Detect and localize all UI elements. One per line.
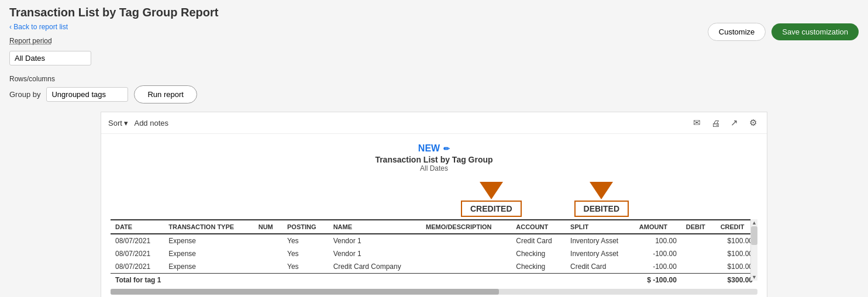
save-customization-button[interactable]: Save customization: [771, 23, 859, 40]
table-cell: [421, 234, 511, 247]
debited-box: DEBITED: [574, 201, 629, 217]
total-label: Total for tag 1: [111, 274, 635, 287]
table-row: 08/07/2021ExpenseYesCredit Card CompanyC…: [111, 260, 757, 274]
email-icon[interactable]: ✉: [690, 116, 704, 130]
vertical-scrollbar[interactable]: ▲ ▼: [750, 219, 757, 281]
table-cell: Yes: [283, 247, 329, 260]
table-row: 08/07/2021ExpenseYesVendor 1Credit CardI…: [111, 234, 757, 247]
back-to-report-link[interactable]: Back to report list: [9, 23, 197, 31]
table-cell: Yes: [283, 260, 329, 274]
report-period-label: Report period: [9, 37, 197, 45]
col-transaction-type: TRANSACTION TYPE: [164, 220, 253, 234]
col-num: NUM: [254, 220, 283, 234]
customize-button[interactable]: Customize: [708, 23, 766, 41]
table-cell: [254, 234, 283, 247]
rows-cols-label: Rows/columns: [9, 75, 197, 83]
table-cell: Vendor 1: [329, 247, 421, 260]
table-cell: 100.00: [635, 234, 681, 247]
table-cell: Credit Card: [511, 234, 566, 247]
table-cell: Credit Card: [566, 260, 635, 274]
col-amount: AMOUNT: [635, 220, 681, 234]
report-table: DATE TRANSACTION TYPE NUM POSTING NAME M…: [111, 219, 757, 286]
horizontal-scrollbar[interactable]: [111, 289, 757, 295]
credited-box: CREDITED: [461, 201, 522, 217]
table-cell: Vendor 1: [329, 234, 421, 247]
edit-company-icon[interactable]: ✏: [443, 144, 450, 153]
table-cell: Checking: [511, 260, 566, 274]
col-name: NAME: [329, 220, 421, 234]
table-cell: Inventory Asset: [566, 247, 635, 260]
table-cell: 08/07/2021: [111, 234, 164, 247]
add-notes-button[interactable]: Add notes: [134, 119, 168, 127]
debited-annotation: DEBITED: [574, 182, 629, 217]
table-cell: [681, 260, 716, 274]
table-cell: [421, 247, 511, 260]
col-posting: POSTING: [283, 220, 329, 234]
credited-arrow: [480, 182, 503, 199]
date-filter-dropdown[interactable]: All Dates: [9, 51, 91, 65]
group-by-dropdown[interactable]: Ungrouped tags: [46, 87, 128, 102]
export-icon[interactable]: ↗: [727, 116, 741, 130]
table-cell: [681, 247, 716, 260]
table-cell: 08/07/2021: [111, 260, 164, 274]
total-row: Total for tag 1$ -100.00$300.00: [111, 274, 757, 287]
table-cell: [254, 260, 283, 274]
table-cell: [421, 260, 511, 274]
table-cell: Credit Card Company: [329, 260, 421, 274]
group-by-label: Group by: [9, 90, 40, 99]
col-memo: MEMO/DESCRIPTION: [421, 220, 511, 234]
table-cell: -100.00: [635, 247, 681, 260]
table-cell: 08/07/2021: [111, 247, 164, 260]
print-icon[interactable]: 🖨: [708, 116, 722, 130]
col-account: ACCOUNT: [511, 220, 566, 234]
table-row: 08/07/2021ExpenseYesVendor 1CheckingInve…: [111, 247, 757, 260]
table-cell: Expense: [164, 260, 253, 274]
table-cell: Expense: [164, 247, 253, 260]
company-name: NEW: [418, 143, 440, 154]
scroll-up-arrow[interactable]: ▲: [751, 219, 757, 226]
settings-icon[interactable]: ⚙: [746, 116, 760, 130]
sort-button[interactable]: Sort: [108, 119, 128, 127]
col-date: DATE: [111, 220, 164, 234]
page-title: Transaction List by Tag Group Report: [9, 6, 859, 19]
col-split: SPLIT: [566, 220, 635, 234]
debited-arrow: [590, 182, 613, 199]
scroll-h-thumb[interactable]: [111, 289, 499, 295]
table-cell: [254, 247, 283, 260]
table-cell: -100.00: [635, 260, 681, 274]
total-amount: $ -100.00: [635, 274, 681, 287]
table-cell: Inventory Asset: [566, 234, 635, 247]
report-subtitle: Transaction List by Tag Group: [111, 155, 757, 164]
table-cell: [681, 234, 716, 247]
table-cell: Expense: [164, 234, 253, 247]
table-cell: Checking: [511, 247, 566, 260]
credited-annotation: CREDITED: [461, 182, 522, 217]
table-cell: Yes: [283, 234, 329, 247]
total-debit: [681, 274, 716, 287]
scroll-down-arrow[interactable]: ▼: [751, 274, 757, 281]
report-date-range: All Dates: [111, 164, 757, 172]
col-debit: DEBIT: [681, 220, 716, 234]
run-report-button[interactable]: Run report: [134, 85, 197, 103]
scroll-thumb[interactable]: [751, 226, 757, 245]
